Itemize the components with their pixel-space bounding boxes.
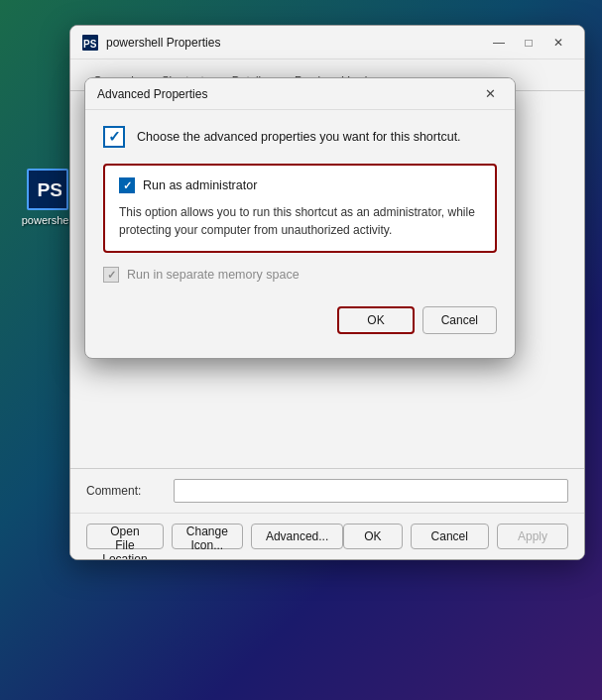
advanced-properties-dialog: Advanced Properties ✕ ✓ Choose the advan… [84, 77, 516, 359]
svg-text:PS: PS [38, 179, 62, 200]
adv-top-checkbox[interactable]: ✓ [103, 126, 125, 148]
main-titlebar: PS powershell Properties — □ ✕ [70, 26, 584, 59]
memory-check-mark: ✓ [107, 269, 116, 282]
main-ok-button[interactable]: OK [343, 524, 402, 549]
adv-close-button[interactable]: ✕ [477, 81, 503, 107]
run-as-section: ✓ Run as administrator This option allow… [103, 164, 497, 253]
adv-dialog-buttons: OK Cancel [103, 302, 497, 342]
left-buttons: Open File Location Change Icon... Advanc… [86, 524, 343, 549]
adv-ok-button[interactable]: OK [337, 306, 414, 334]
adv-top-label: Choose the advanced properties you want … [137, 130, 461, 144]
memory-section: ✓ Run in separate memory space [103, 267, 497, 283]
adv-dialog-title: Advanced Properties [97, 87, 477, 101]
main-close-button[interactable]: ✕ [544, 29, 572, 57]
change-icon-button[interactable]: Change Icon... [172, 524, 243, 549]
run-as-label: Run as administrator [143, 178, 257, 192]
maximize-button[interactable]: □ [515, 29, 542, 57]
main-apply-button[interactable]: Apply [497, 524, 568, 549]
desktop-icon-label: powershell [22, 214, 74, 226]
adv-content: ✓ Choose the advanced properties you wan… [85, 110, 515, 358]
titlebar-icon: PS [82, 35, 98, 51]
adv-titlebar: Advanced Properties ✕ [85, 78, 515, 110]
svg-text:PS: PS [83, 39, 97, 50]
adv-top-section: ✓ Choose the advanced properties you wan… [103, 126, 497, 148]
main-window-title: powershell Properties [106, 36, 485, 50]
desktop-icon-powershell[interactable]: PS powershell [18, 169, 77, 226]
comment-label: Comment: [86, 484, 166, 498]
window-controls: — □ ✕ [485, 29, 572, 57]
memory-checkbox: ✓ [103, 267, 119, 283]
run-as-check-mark: ✓ [123, 179, 132, 192]
memory-label: Run in separate memory space [127, 268, 300, 282]
powershell-icon: PS [27, 169, 68, 210]
adv-cancel-button[interactable]: Cancel [422, 306, 497, 334]
main-cancel-button[interactable]: Cancel [411, 524, 489, 549]
bottom-buttons-area: Open File Location Change Icon... Advanc… [70, 513, 584, 559]
run-as-header: ✓ Run as administrator [119, 177, 481, 193]
open-file-location-button[interactable]: Open File Location [86, 524, 164, 549]
advanced-button[interactable]: Advanced... [251, 524, 343, 549]
comment-input[interactable] [174, 479, 568, 503]
comment-row: Comment: [70, 468, 584, 513]
adv-top-check-mark: ✓ [108, 128, 121, 146]
right-buttons: OK Cancel Apply [343, 524, 568, 549]
run-as-checkbox[interactable]: ✓ [119, 177, 135, 193]
minimize-button[interactable]: — [485, 29, 513, 57]
run-as-description: This option allows you to run this short… [119, 205, 475, 237]
